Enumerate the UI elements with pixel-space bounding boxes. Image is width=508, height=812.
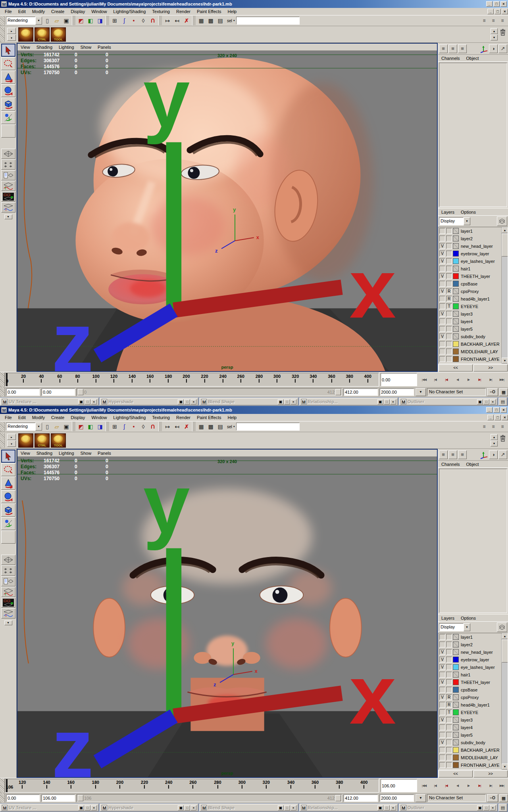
tab-close-button[interactable]: × <box>190 805 196 810</box>
go-to-start-button[interactable]: |◀◀ <box>419 375 429 385</box>
layer-name[interactable]: layer3 <box>460 718 473 722</box>
open-scene-icon[interactable]: ▱ <box>52 422 62 431</box>
layer-color-swatch[interactable] <box>453 356 459 362</box>
save-scene-icon[interactable]: ▣ <box>62 16 71 25</box>
layer-row[interactable]: layer2 <box>439 235 501 242</box>
step-forward-key-button[interactable]: ▶| <box>474 375 485 385</box>
panel-menu-item[interactable]: Shading <box>33 44 56 50</box>
shelf-button[interactable]: CTRL <box>35 27 50 42</box>
tab-close-button[interactable]: × <box>490 805 496 810</box>
tab-close-button[interactable]: × <box>91 805 97 810</box>
layer-color-swatch[interactable] <box>453 341 459 347</box>
layer-name[interactable]: MIDDLEHAIR_LAY <box>460 349 498 354</box>
playback-end-field[interactable] <box>343 388 378 396</box>
layer-visibility-checkbox[interactable] <box>439 702 445 708</box>
scale-tool[interactable] <box>1 98 15 111</box>
close-button[interactable]: × <box>500 407 507 413</box>
layer-visibility-checkbox[interactable]: V <box>439 311 445 317</box>
scroll-down-icon[interactable]: ▼ <box>502 358 508 364</box>
layer-type-checkbox[interactable] <box>446 258 452 264</box>
hypershade-persp-layout-button[interactable] <box>1 598 15 608</box>
menu-item[interactable]: Edit <box>15 8 29 15</box>
panel-menu-item[interactable]: Lighting <box>56 450 77 456</box>
layer-name[interactable]: layer3 <box>460 312 473 316</box>
hypershade-persp-layout-button[interactable] <box>1 192 15 202</box>
layer-type-checkbox[interactable] <box>446 747 452 753</box>
layer-name[interactable]: eyebrow_layer <box>460 657 489 662</box>
menu-item[interactable]: Help <box>225 414 240 421</box>
step-forward-frame-button[interactable]: ▶| <box>485 375 496 385</box>
shelf-button[interactable]: TOOL <box>51 27 66 42</box>
layer-name[interactable]: FRONTHAIR_LAYE <box>460 357 500 362</box>
panel-menu-item[interactable]: Panels <box>94 450 114 456</box>
layer-visibility-checkbox[interactable] <box>439 349 445 354</box>
layer-visibility-checkbox[interactable] <box>439 341 445 347</box>
layer-row[interactable]: FRONTHAIR_LAYE <box>439 761 501 769</box>
menu-item[interactable]: Create <box>48 414 67 421</box>
tab-restore-button[interactable]: ▣ <box>278 805 284 810</box>
layer-color-swatch[interactable] <box>453 273 459 279</box>
panel-split-icon[interactable]: ▤ <box>498 398 507 406</box>
toolbox-collapse-button[interactable]: ▾ <box>4 214 12 219</box>
menu-item[interactable]: Display <box>67 414 88 421</box>
rotate-manipulator-icon[interactable]: ◑ <box>489 44 498 53</box>
layer-row[interactable]: V eyebrow_layer <box>439 656 501 663</box>
shelf-tab-menu-icon[interactable]: ▸ <box>7 434 16 440</box>
step-back-key-button[interactable]: |◀ <box>441 375 452 385</box>
output-connections-icon[interactable]: ↤ <box>172 16 182 25</box>
menu-item[interactable]: Texturing <box>149 8 173 15</box>
layer-name[interactable]: layer1 <box>460 229 473 234</box>
shelf-scroll-up-icon[interactable]: ▲ <box>491 28 498 34</box>
input-connections-icon[interactable]: ↦ <box>163 422 172 431</box>
menu-item[interactable]: Render <box>173 414 194 421</box>
layer-color-swatch[interactable] <box>453 349 459 354</box>
layer-type-checkbox[interactable] <box>446 732 452 738</box>
layer-row[interactable]: R head4b_layer1 <box>439 701 501 709</box>
minimized-window-tab[interactable]: M Blend Shape ▣□× <box>199 804 298 812</box>
toolbar-separator[interactable] <box>72 16 75 25</box>
rotate-tool[interactable] <box>1 84 15 97</box>
new-scene-icon[interactable]: ▯ <box>42 422 52 431</box>
lasso-select-tool[interactable] <box>1 463 15 476</box>
minimized-window-tab[interactable]: M Hypershade ▣□× <box>100 804 198 812</box>
toolbar-grip[interactable] <box>0 16 5 26</box>
layer-page-next-button[interactable]: >> <box>473 364 508 372</box>
layer-type-checkbox[interactable] <box>446 333 452 339</box>
animation-preferences-icon[interactable]: ▦ <box>499 388 508 396</box>
select-tool[interactable] <box>1 450 15 463</box>
layer-row[interactable]: V subdiv_body <box>439 333 501 340</box>
layer-page-next-button[interactable]: >> <box>473 770 508 778</box>
lasso-select-tool[interactable] <box>1 57 15 70</box>
layer-visibility-checkbox[interactable] <box>439 755 445 760</box>
layer-type-checkbox[interactable]: R <box>446 694 452 700</box>
layer-type-checkbox[interactable] <box>446 649 452 655</box>
step-forward-frame-button[interactable]: ▶| <box>485 781 496 791</box>
layer-color-swatch[interactable] <box>453 739 459 745</box>
axis-manipulator-icon[interactable] <box>479 450 488 459</box>
layer-row[interactable]: FRONTHAIR_LAYE <box>439 355 501 363</box>
chevron-down-icon[interactable]: ▼ <box>35 17 42 25</box>
viewport-canvas[interactable]: y x z <box>17 51 437 371</box>
layer-name[interactable]: new_head_layer <box>460 650 493 655</box>
layer-type-checkbox[interactable] <box>446 755 452 760</box>
maximize-button[interactable]: □ <box>495 9 501 14</box>
layers-menu-item[interactable]: Options <box>458 615 479 621</box>
layers-menu-item[interactable]: Layers <box>438 209 458 215</box>
layer-color-swatch[interactable] <box>453 694 459 700</box>
render-globals-icon[interactable]: ▤ <box>216 16 225 25</box>
layer-visibility-checkbox[interactable] <box>439 732 445 738</box>
persp-outliner-layout-button[interactable] <box>1 576 15 586</box>
tab-maximize-button[interactable]: □ <box>85 805 90 810</box>
layer-name[interactable]: layer1 <box>460 635 473 640</box>
layer-type-checkbox[interactable] <box>446 326 452 332</box>
chevron-down-icon[interactable]: ▼ <box>416 388 426 396</box>
title-bar[interactable]: M Maya 4.5: D:\Documents and Settings\ju… <box>0 406 508 414</box>
layer-visibility-checkbox[interactable] <box>439 724 445 730</box>
layer-row[interactable]: MIDDLEHAIR_LAY <box>439 754 501 761</box>
layer-type-checkbox[interactable] <box>446 664 452 670</box>
layer-list-scrollbar[interactable]: ▲ ▼ <box>501 633 508 770</box>
single-persp-layout-button[interactable] <box>1 555 15 565</box>
layer-type-checkbox[interactable] <box>446 341 452 347</box>
move-tool[interactable] <box>1 477 15 490</box>
layer-color-swatch[interactable] <box>453 228 459 234</box>
